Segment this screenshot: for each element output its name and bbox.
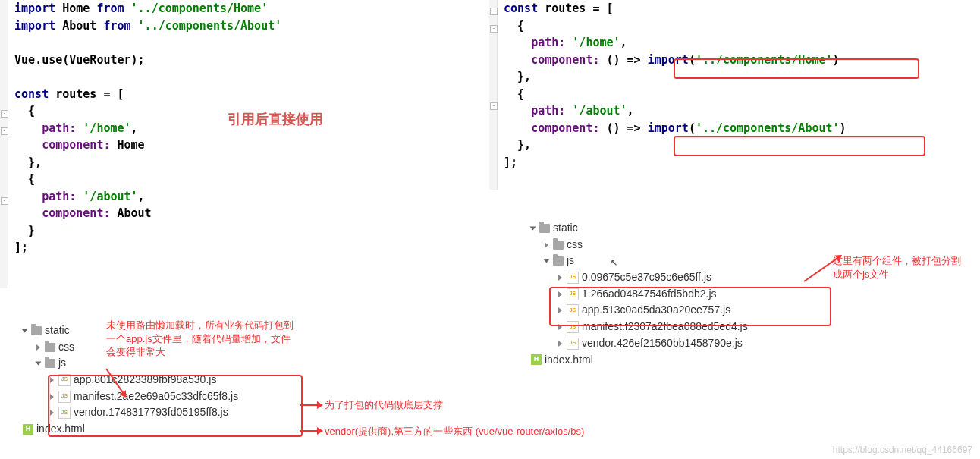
arrow-fn: () => [607, 53, 641, 67]
folder-label: js [567, 253, 574, 269]
highlight-box-split-files [549, 287, 831, 326]
id-routes: routes = [ [55, 87, 124, 101]
arrow-icon [300, 430, 322, 432]
prop-path: path: [42, 121, 76, 135]
brace: { [517, 87, 524, 101]
file-js[interactable]: 0.09675c5e37c95c6e65ff.js [531, 269, 850, 286]
str-about: '/about' [572, 104, 627, 118]
folder-css[interactable]: css [531, 237, 850, 253]
id-about: About [62, 19, 96, 33]
id-routes: routes = [ [545, 2, 613, 15]
id-home: Home [62, 2, 90, 15]
folder-label: css [567, 237, 583, 253]
prop-path: path: [531, 36, 565, 49]
brace: }, [517, 138, 531, 152]
folder-static[interactable]: static [531, 220, 850, 237]
file-label: vendor.426ef21560bb1458790e.js [582, 335, 743, 352]
folder-label: css [58, 339, 74, 356]
kw-from: from [96, 2, 124, 15]
prop-comp: component: [42, 138, 110, 152]
arr-close: ]; [504, 156, 517, 169]
str-path: '../components/Home' [131, 2, 269, 15]
prop-path: path: [42, 190, 76, 203]
folder-icon [553, 256, 564, 266]
call-use: .use(VueRouter); [35, 53, 145, 67]
annotation-split: 这里有两个组件，被打包分割成两个js文件 [833, 254, 969, 281]
arr-close: ]; [14, 241, 28, 254]
folder-icon [45, 359, 55, 368]
folder-icon [553, 241, 564, 250]
str-about-imp: '../components/About' [696, 121, 840, 135]
folder-label: js [58, 355, 66, 372]
prop-path: path: [531, 104, 565, 118]
brace: }, [28, 156, 42, 169]
js-icon [567, 272, 579, 284]
kw-import: import [14, 19, 55, 33]
folder-label: static [45, 322, 70, 339]
highlight-box-import-about [674, 136, 925, 156]
file-label: index.html [545, 352, 593, 369]
annotation-no-lazy: 未使用路由懒加载时，所有业务代码打包到一个app.js文件里，随着代码量增加，文… [106, 319, 296, 359]
folder-js[interactable]: js [531, 253, 850, 269]
str-home: '/home' [83, 121, 130, 135]
brace: { [28, 172, 35, 186]
kw-const: const [504, 2, 538, 15]
kw-const: const [14, 87, 49, 101]
cursor-icon: ↖ [611, 254, 618, 269]
file-label: 0.09675c5e37c95c6e65ff.js [582, 269, 711, 286]
arrow-icon [300, 404, 322, 406]
folder-icon [539, 224, 550, 233]
left-title: 引用后直接使用 [228, 110, 323, 128]
brace: }, [517, 70, 531, 83]
str-path: '../components/About' [138, 19, 282, 33]
str-about: '/about' [83, 190, 137, 203]
js-icon [567, 338, 579, 350]
folder-icon [31, 326, 42, 335]
prop-comp: component: [531, 53, 599, 67]
folder-icon [45, 343, 55, 352]
id-about: About [118, 206, 152, 220]
html-icon [531, 354, 542, 365]
arrow-fn: () => [607, 121, 641, 135]
id-home: Home [118, 138, 145, 152]
file-html[interactable]: index.html [531, 352, 850, 369]
brace: } [28, 224, 35, 237]
html-icon [23, 424, 33, 435]
annotation-vendor: vendor(提供商),第三方的一些东西 (vue/vue-router/axi… [325, 425, 584, 439]
watermark: https://blog.csdn.net/qq_44166697 [833, 445, 972, 455]
str-home: '/home' [572, 36, 620, 49]
file-js[interactable]: vendor.426ef21560bb1458790e.js [531, 335, 850, 352]
folder-label: static [553, 220, 578, 237]
brace: { [517, 19, 524, 33]
kw-from: from [103, 19, 130, 33]
brace: { [28, 104, 35, 118]
id-vue: Vue [14, 53, 35, 67]
prop-comp: component: [42, 206, 110, 220]
kw-import: import [648, 121, 689, 135]
highlight-box-left-files [48, 375, 303, 437]
kw-import: import [14, 2, 55, 15]
highlight-box-import-home [674, 58, 919, 79]
annotation-manifest: 为了打包的代码做底层支撑 [325, 398, 443, 412]
prop-comp: component: [531, 121, 599, 135]
